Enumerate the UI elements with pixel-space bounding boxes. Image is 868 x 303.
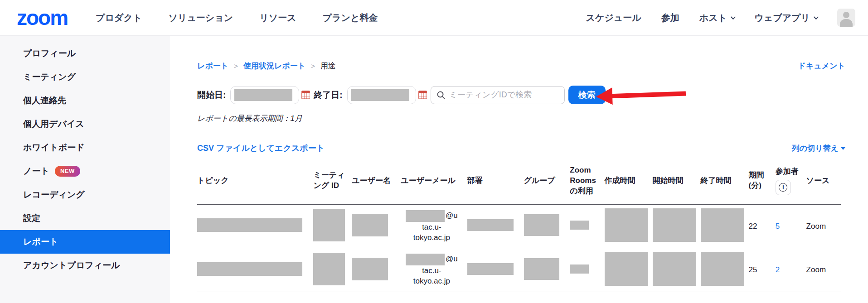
nav-web-app[interactable]: ウェブアプリ	[754, 12, 817, 24]
breadcrumb: レポート > 使用状況レポート > 用途 ドキュメント	[197, 61, 845, 71]
email-part: @u	[446, 211, 458, 220]
sidebar: プロフィール ミーティング 個人連絡先 個人用デバイス ホワイトボード ノート …	[0, 36, 170, 303]
chevron-down-icon	[814, 14, 819, 19]
primary-nav: プロダクト ソリューション リソース プランと料金	[96, 12, 378, 24]
start-date-input[interactable]	[230, 86, 299, 104]
export-csv-link[interactable]: CSV ファイルとしてエクスポート	[197, 143, 325, 154]
participants-count-link[interactable]: 2	[776, 265, 780, 274]
zoom-logo[interactable]: zoom	[17, 7, 68, 28]
user-avatar-icon[interactable]	[837, 9, 855, 27]
redacted-department	[467, 263, 514, 275]
breadcrumb-separator: >	[311, 62, 315, 70]
email-part: @u	[446, 255, 458, 264]
chevron-down-icon	[731, 14, 736, 19]
sidebar-item-notes[interactable]: ノート NEW	[0, 159, 170, 183]
caret-down-icon	[841, 147, 845, 150]
redacted-zoom-rooms	[570, 265, 589, 274]
nav-join[interactable]: 参加	[661, 12, 679, 24]
calendar-icon[interactable]	[418, 91, 427, 99]
breadcrumb-reports-link[interactable]: レポート	[197, 61, 228, 71]
duration-cell: 25	[748, 248, 775, 292]
sidebar-item-whiteboard[interactable]: ホワイトボード	[0, 136, 170, 159]
documentation-link[interactable]: ドキュメント	[798, 61, 845, 71]
email-part: tac.u-	[401, 222, 462, 232]
sidebar-item-personal-devices[interactable]: 個人用デバイス	[0, 112, 170, 136]
nav-solutions[interactable]: ソリューション	[168, 12, 233, 24]
redacted-topic	[197, 218, 302, 232]
redacted-start-date	[234, 89, 292, 101]
col-header-user-name: ユーザー名	[352, 158, 401, 204]
nav-web-app-label: ウェブアプリ	[754, 12, 810, 24]
sidebar-item-settings[interactable]: 設定	[0, 207, 170, 230]
col-header-zoom-rooms: Zoom Rooms の利用	[570, 158, 604, 204]
sidebar-item-recordings[interactable]: レコーディング	[0, 183, 170, 207]
redacted-zoom-rooms	[570, 221, 589, 230]
table-row[interactable]: @u tac.u- tokyo.ac.jp 22 5 Zoom	[197, 204, 841, 248]
redacted-group	[524, 258, 559, 280]
duration-cell: 22	[748, 204, 775, 248]
redacted-group	[524, 214, 559, 236]
sidebar-item-reports[interactable]: レポート	[0, 230, 170, 254]
col-header-topic: トピック	[197, 158, 313, 204]
redacted-end-date	[351, 89, 409, 101]
user-email-cell: @u tac.u- tokyo.ac.jp	[401, 204, 467, 248]
nav-products[interactable]: プロダクト	[96, 12, 142, 24]
redacted-start-time	[653, 252, 696, 286]
col-header-user-email: ユーザーメール	[401, 158, 467, 204]
sidebar-item-meetings[interactable]: ミーティング	[0, 65, 170, 89]
participants-header-label: 参加者	[776, 167, 799, 176]
toggle-columns-dropdown[interactable]: 列の切り替え	[792, 143, 845, 154]
avatar-body-shape	[840, 19, 853, 27]
avatar-head-shape	[843, 12, 849, 18]
calendar-icon[interactable]	[301, 91, 310, 99]
redacted-topic	[197, 262, 302, 276]
nav-plans-pricing[interactable]: プランと料金	[323, 12, 378, 24]
meeting-id-search-input[interactable]	[449, 90, 559, 100]
info-icon-glyph: i	[779, 183, 787, 192]
redacted-meeting-id	[313, 253, 345, 285]
sidebar-item-profile[interactable]: プロフィール	[0, 42, 170, 65]
col-header-department: 部署	[467, 158, 524, 204]
red-arrow-annotation	[596, 85, 686, 106]
col-header-duration: 期間 (分)	[748, 158, 775, 204]
redacted-end-time	[701, 252, 744, 286]
email-part: tac.u-	[401, 265, 462, 276]
participants-count-link[interactable]: 5	[776, 222, 780, 231]
meeting-id-search-box	[431, 86, 565, 104]
table-actions-row: CSV ファイルとしてエクスポート 列の切り替え	[197, 143, 845, 154]
sidebar-item-personal-contacts[interactable]: 個人連絡先	[0, 89, 170, 112]
col-header-source: ソース	[806, 158, 841, 204]
main-content: レポート > 使用状況レポート > 用途 ドキュメント 開始日: 終了日:	[170, 36, 868, 303]
table-header-row: トピック ミーティング ID ユーザー名 ユーザーメール 部署 グループ Zoo…	[197, 158, 841, 204]
redacted-start-time	[653, 208, 696, 242]
redacted-user-name	[352, 258, 388, 280]
col-header-group: グループ	[524, 158, 570, 204]
zoom-web-portal: zoom プロダクト ソリューション リソース プランと料金 スケジュール 参加…	[0, 0, 868, 303]
redacted-email-local-part	[406, 254, 445, 265]
table-row[interactable]: @u tac.u- tokyo.ac.jp 25 2 Zoom	[197, 248, 841, 292]
source-cell: Zoom	[806, 248, 841, 292]
end-date-input[interactable]	[347, 86, 416, 104]
new-badge: NEW	[55, 166, 80, 177]
email-part: tokyo.ac.jp	[401, 276, 462, 286]
breadcrumb-separator: >	[234, 62, 238, 70]
nav-resources[interactable]: リソース	[259, 12, 296, 24]
redacted-user-name	[352, 214, 388, 236]
breadcrumb-current-page: 用途	[320, 61, 336, 71]
info-icon[interactable]: i	[776, 180, 791, 195]
nav-schedule[interactable]: スケジュール	[586, 12, 641, 24]
redacted-creation-time	[605, 208, 648, 242]
toggle-columns-label: 列の切り替え	[792, 143, 839, 154]
col-header-start-time: 開始時間	[653, 158, 701, 204]
max-report-period-note: レポートの最長表示期間：1月	[197, 113, 845, 124]
sidebar-item-notes-label: ノート	[23, 165, 49, 177]
nav-host[interactable]: ホスト	[699, 12, 734, 24]
sidebar-item-account-profile[interactable]: アカウントプロフィール	[0, 254, 170, 277]
source-cell: Zoom	[806, 204, 841, 248]
redacted-end-time	[701, 208, 744, 242]
search-icon	[436, 91, 446, 100]
col-header-meeting-id: ミーティング ID	[313, 158, 352, 204]
col-header-end-time: 終了時間	[701, 158, 749, 204]
email-part: tokyo.ac.jp	[401, 232, 462, 243]
breadcrumb-usage-reports-link[interactable]: 使用状況レポート	[243, 61, 305, 71]
